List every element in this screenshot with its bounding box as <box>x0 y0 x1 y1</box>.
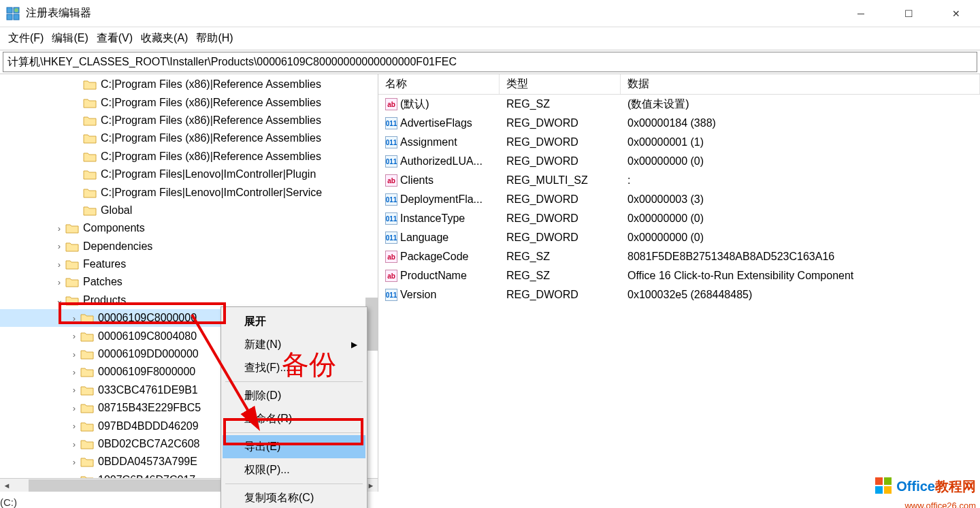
value-data: 0x00000003 (3) <box>621 193 980 206</box>
svg-rect-3 <box>14 14 19 20</box>
cm-export[interactable]: 导出(E) <box>223 435 365 458</box>
tree-item-label: 033CBC4761DE9B1 <box>98 384 198 396</box>
minimize-button[interactable]: ─ <box>837 0 885 27</box>
registry-value-row[interactable]: 011LanguageREG_DWORD0x00000000 (0) <box>378 228 980 247</box>
tree-item[interactable]: C:|Program Files (x86)|Reference Assembl… <box>0 93 378 111</box>
folder-icon <box>80 331 94 342</box>
menu-help[interactable]: 帮助(H) <box>196 31 233 46</box>
scroll-left-icon[interactable]: ◄ <box>0 481 14 490</box>
value-type: REG_DWORD <box>500 289 621 301</box>
address-bar[interactable]: 计算机\HKEY_CLASSES_ROOT\Installer\Products… <box>3 52 977 72</box>
cm-expand[interactable]: 展开 <box>223 310 365 333</box>
window-controls: ─ ☐ ✕ <box>837 0 980 27</box>
value-data: 0x00000000 (0) <box>621 155 980 168</box>
tree-expander-icon[interactable]: › <box>68 421 80 431</box>
menu-file[interactable]: 文件(F) <box>8 31 44 46</box>
svg-rect-0 <box>7 7 12 13</box>
value-data: (数值未设置) <box>621 97 980 112</box>
cm-separator <box>225 483 363 484</box>
tree-expander-icon[interactable]: › <box>68 439 80 449</box>
context-menu: 展开 新建(N)▶ 查找(F)... 删除(D) 重命名(R) 导出(E) 权限… <box>220 306 368 508</box>
value-data: 0x00000000 (0) <box>621 212 980 225</box>
tree-expander-icon[interactable]: › <box>53 259 65 270</box>
registry-value-row[interactable]: abClientsREG_MULTI_SZ: <box>378 171 980 190</box>
tree-item[interactable]: C:|Program Files (x86)|Reference Assembl… <box>0 148 378 165</box>
tree-item-label: C:|Program Files (x86)|Reference Assembl… <box>101 132 321 144</box>
cm-permissions[interactable]: 权限(P)... <box>223 458 365 481</box>
tree-item[interactable]: C:|Program Files (x86)|Reference Assembl… <box>0 76 378 93</box>
tree-item[interactable]: ›Dependencies <box>0 238 378 255</box>
value-name: Clients <box>400 174 434 187</box>
registry-value-row[interactable]: 011InstanceTypeREG_DWORD0x00000000 (0) <box>378 209 980 228</box>
value-name: (默认) <box>400 97 429 112</box>
tree-item[interactable]: ›Features <box>0 255 378 273</box>
registry-value-row[interactable]: abPackageCodeREG_SZ8081F5DE8B2751348AB8A… <box>378 247 980 266</box>
watermark-url: www.office26.com <box>904 501 976 508</box>
cm-copy-key[interactable]: 复制项名称(C) <box>223 486 365 508</box>
registry-value-row[interactable]: 011AssignmentREG_DWORD0x00000001 (1) <box>378 133 980 152</box>
registry-value-row[interactable]: abProductNameREG_SZOffice 16 Click-to-Ru… <box>378 266 980 285</box>
registry-value-row[interactable]: 011VersionREG_DWORD0x100032e5 (268448485… <box>378 285 980 304</box>
submenu-arrow-icon: ▶ <box>351 340 357 349</box>
tree-item[interactable]: ›Components <box>0 219 378 237</box>
tree-expander-icon[interactable]: › <box>68 385 80 395</box>
folder-icon <box>83 169 97 180</box>
menu-view[interactable]: 查看(V) <box>97 31 133 46</box>
tree-expander-icon[interactable]: › <box>68 313 80 323</box>
menu-favorites[interactable]: 收藏夹(A) <box>141 31 188 46</box>
tree-item[interactable]: Global <box>0 202 378 219</box>
header-data[interactable]: 数据 <box>621 74 980 94</box>
folder-icon <box>83 97 97 108</box>
dword-value-icon: 011 <box>385 136 397 148</box>
value-data: 0x00000000 (0) <box>621 232 980 244</box>
value-data: : <box>621 174 980 187</box>
address-text: 计算机\HKEY_CLASSES_ROOT\Installer\Products… <box>7 55 457 69</box>
tree-expander-icon[interactable]: › <box>68 367 80 377</box>
list-header: 名称 类型 数据 <box>378 74 980 95</box>
header-type[interactable]: 类型 <box>500 74 621 94</box>
value-type: REG_SZ <box>500 98 621 110</box>
value-name: Version <box>400 289 436 301</box>
folder-icon <box>83 205 97 216</box>
tree-item-label: C:|Program Files (x86)|Reference Assembl… <box>101 78 321 91</box>
tree-item[interactable]: ›Patches <box>0 273 378 291</box>
svg-rect-9 <box>884 486 892 494</box>
registry-value-row[interactable]: 011AdvertiseFlagsREG_DWORD0x00000184 (38… <box>378 114 980 133</box>
value-data: 0x100032e5 (268448485) <box>621 289 980 301</box>
folder-icon <box>65 241 79 252</box>
tree-expander-icon[interactable]: › <box>68 349 80 360</box>
registry-value-row[interactable]: ab(默认)REG_SZ(数值未设置) <box>378 95 980 114</box>
tree-item[interactable]: C:|Program Files|Lenovo|ImController|Ser… <box>0 183 378 201</box>
header-name[interactable]: 名称 <box>378 74 500 94</box>
registry-value-row[interactable]: 011AuthorizedLUA...REG_DWORD0x00000000 (… <box>378 152 980 171</box>
value-type: REG_DWORD <box>500 155 621 168</box>
folder-icon <box>83 187 97 198</box>
value-type: REG_DWORD <box>500 193 621 206</box>
tree-expander-icon[interactable]: › <box>53 223 65 234</box>
tree-item-label: 00006109C8000000 <box>98 312 197 324</box>
value-name: ProductName <box>400 270 467 282</box>
tree-item[interactable]: C:|Program Files (x86)|Reference Assembl… <box>0 129 378 147</box>
value-data: Office 16 Click-to-Run Extensibility Com… <box>621 270 980 282</box>
logo-text-1: Office <box>896 479 935 494</box>
menu-edit[interactable]: 编辑(E) <box>52 31 88 46</box>
tree-item[interactable]: C:|Program Files|Lenovo|ImController|Plu… <box>0 165 378 183</box>
cm-rename[interactable]: 重命名(R) <box>223 407 365 430</box>
cm-delete[interactable]: 删除(D) <box>223 384 365 407</box>
tree-expander-icon[interactable]: › <box>53 277 65 287</box>
tree-expander-icon[interactable]: › <box>68 331 80 341</box>
tree-item-label: 08715B43E229FBC5 <box>98 402 201 414</box>
tree-expander-icon[interactable]: › <box>68 403 80 413</box>
tree-expander-icon[interactable]: › <box>53 241 65 251</box>
tree-item[interactable]: C:|Program Files (x86)|Reference Assembl… <box>0 112 378 129</box>
tree-expander-icon[interactable]: ⌄ <box>53 295 65 305</box>
registry-value-row[interactable]: 011DeploymentFla...REG_DWORD0x00000003 (… <box>378 190 980 209</box>
values-pane[interactable]: 名称 类型 数据 ab(默认)REG_SZ(数值未设置)011Advertise… <box>378 74 980 492</box>
tree-expander-icon[interactable]: › <box>68 457 80 467</box>
tree-item-label: Patches <box>83 276 122 288</box>
folder-icon <box>65 259 79 270</box>
close-button[interactable]: ✕ <box>932 0 980 27</box>
tree-item-label: 00006109F8000000 <box>98 366 195 378</box>
watermark-logo: Office教程网 <box>874 476 976 496</box>
maximize-button[interactable]: ☐ <box>885 0 932 27</box>
